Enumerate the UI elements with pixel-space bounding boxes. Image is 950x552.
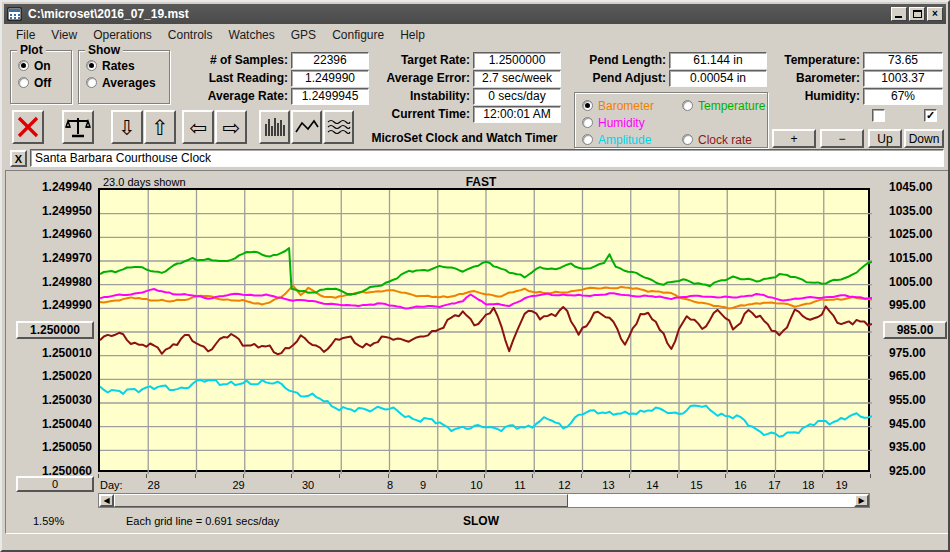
pend-adjust-value: 0.00054 in [669,70,767,87]
day-tick-label: 16 [734,479,746,491]
down-button[interactable]: Down [904,129,944,148]
x-axis-tick [629,474,630,478]
scroll-left-button[interactable]: ⇦ [182,110,214,144]
left-axis-label: 1.249980 [42,275,92,289]
right-axis-label: 955.00 [889,393,926,407]
maximize-button[interactable] [909,7,925,21]
clock-rate-radio[interactable]: Clock rate [677,131,765,148]
day-tick-label: 30 [302,479,314,491]
clock-name-input[interactable] [30,149,944,167]
average-error-value: 2.7 sec/week [473,70,561,87]
days-shown-label: 23.0 days shown [103,176,186,188]
balance-icon [65,115,91,139]
radio-label: Humidity [598,116,645,130]
radio-label: Temperature [698,99,765,113]
rates-radio[interactable]: Rates [79,57,169,74]
horizontal-scrollbar[interactable]: ◀ ▶ [98,493,870,508]
scroll-right-button[interactable]: ⇨ [215,110,247,144]
legend-spacer [677,114,765,131]
scroll-up-button[interactable]: ⇧ [144,110,176,144]
day-tick-label: 17 [768,479,780,491]
right-axis-label: 1045.00 [889,180,932,194]
histogram-view-button[interactable] [259,110,290,144]
app-caption: MicroSet Clock and Watch Timer [357,131,572,145]
day-tick-label: 8 [387,479,393,491]
menu-controls[interactable]: Controls [160,26,221,44]
h-scrollbar-track[interactable] [568,494,854,507]
day-tick-label: 19 [835,479,847,491]
right-checkbox[interactable]: ✓ [924,109,937,122]
right-axis-label: 975.00 [889,346,926,360]
clear-name-button[interactable]: X [10,150,27,167]
left-axis-label: 1.249940 [42,180,92,194]
percent-label: 1.59% [33,515,64,527]
right-axis-rate-button[interactable]: 985.00 [883,321,947,339]
right-axis-label: 925.00 [889,464,926,478]
day-ticks: Day: 2829308910111213141516171819 [98,479,870,492]
minus-button[interactable]: − [820,129,864,148]
temperature-radio[interactable]: Temperature [677,97,765,114]
last-reading-value: 1.249990 [291,70,369,87]
day-tick-label: 9 [420,479,426,491]
minimize-button[interactable] [891,7,907,21]
menu-view[interactable]: View [43,26,85,44]
x-axis-tick [436,474,437,478]
barometer-radio[interactable]: Barometer [577,97,677,114]
zigzag-icon [295,118,319,136]
on-radio[interactable]: On [11,57,71,74]
multi-line-view-button[interactable] [323,110,354,144]
x-axis-tick [291,474,292,478]
barometer-value: 1003.37 [863,70,943,87]
plot-svg [100,190,872,474]
delete-button[interactable] [12,110,44,144]
scrollbar-right-button[interactable]: ▶ [854,494,869,507]
radio-icon [582,100,593,111]
menu-configure[interactable]: Configure [324,26,392,44]
scroll-down-button[interactable]: ⇩ [111,110,143,144]
title-bar: C:\microset\2016_07_19.mst × [4,4,946,24]
plus-button[interactable]: + [772,129,816,148]
humidity-radio[interactable]: Humidity [577,114,677,131]
average-rate-label: Average Rate: [180,89,288,103]
x-axis-tick [774,474,775,478]
window-title: C:\microset\2016_07_19.mst [28,7,889,21]
line-view-button[interactable] [291,110,322,144]
menu-bar: FileViewOperationsControlsWatchesGPSConf… [4,25,946,44]
averages-radio[interactable]: Averages [79,74,169,91]
menu-help[interactable]: Help [392,26,433,44]
amplitude-radio[interactable]: Amplitude [577,131,677,148]
right-axis-label: 995.00 [889,298,926,312]
close-button[interactable]: × [927,7,943,21]
h-scrollbar-thumb[interactable] [114,494,568,507]
menu-operations[interactable]: Operations [85,26,160,44]
balance-button[interactable] [62,110,94,144]
left-axis-rate-button[interactable]: 1.250000 [16,321,94,339]
humidity-label: Humidity: [774,89,860,103]
maximize-icon [913,10,922,18]
x-axis-tick [581,474,582,478]
radio-label: Barometer [598,99,654,113]
pend-length-value: 61.144 in [669,52,767,69]
radio-icon [18,77,29,88]
slow-label: SLOW [306,514,656,528]
menu-gps[interactable]: GPS [283,26,324,44]
off-radio[interactable]: Off [11,74,71,91]
zero-button[interactable]: 0 [16,476,94,492]
left-checkbox[interactable] [872,109,885,122]
radio-icon [682,100,693,111]
x-axis-tick [484,474,485,478]
plot-area [98,188,870,472]
target-rate-value: 1.2500000 [473,52,561,69]
menu-file[interactable]: File [8,26,43,44]
temperature-label: Temperature: [774,53,860,67]
radio-icon [682,134,693,145]
day-tick-label: 14 [646,479,658,491]
left-arrow-icon: ⇦ [189,117,207,138]
menu-watches[interactable]: Watches [221,26,283,44]
x-axis-tick [725,474,726,478]
up-button[interactable]: Up [868,129,902,148]
scrollbar-left-button[interactable]: ◀ [99,494,114,507]
right-axis-label: 965.00 [889,369,926,383]
right-arrow-icon: ⇨ [222,117,240,138]
x-axis-tick [532,474,533,478]
